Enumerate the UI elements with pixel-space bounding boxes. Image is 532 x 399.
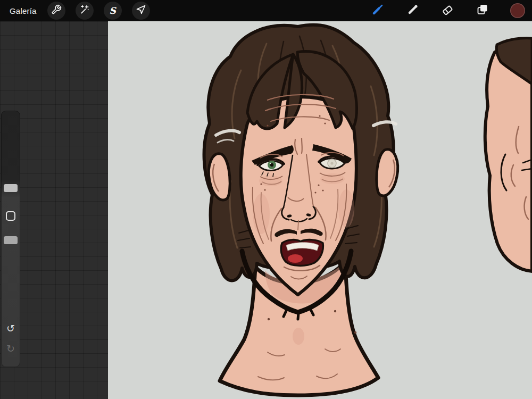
canvas[interactable]: [108, 21, 532, 399]
transform-button[interactable]: [132, 2, 150, 20]
adjustments-button[interactable]: [76, 2, 94, 20]
toolbar-right-group: [369, 3, 532, 19]
smudge-icon: [405, 3, 419, 19]
top-toolbar: Galería S: [0, 0, 532, 21]
smudge-tool-button[interactable]: [404, 3, 420, 19]
selection-s-icon: S: [109, 6, 115, 15]
brush-icon: [370, 3, 384, 19]
gallery-button[interactable]: Galería: [10, 6, 37, 15]
transform-arrow-icon: [136, 4, 146, 17]
opacity-slider[interactable]: [4, 236, 18, 244]
eraser-icon: [440, 3, 454, 19]
workspace-background: ↺ ↻: [0, 21, 108, 399]
color-button[interactable]: [510, 3, 526, 19]
artwork-portrait: [108, 21, 532, 399]
layers-button[interactable]: [475, 3, 491, 19]
wrench-icon: [51, 4, 62, 17]
art-second-face: [485, 38, 532, 271]
layers-icon: [476, 3, 489, 19]
undo-button[interactable]: ↺: [1, 323, 20, 334]
modify-button[interactable]: [6, 211, 15, 221]
toolbar-left-group: Galería S: [0, 2, 150, 20]
color-swatch-icon: [510, 3, 525, 18]
erase-tool-button[interactable]: [439, 3, 455, 19]
actions-button[interactable]: [47, 2, 65, 20]
redo-button[interactable]: ↻: [1, 344, 20, 354]
selection-button[interactable]: S: [104, 2, 122, 20]
magic-wand-icon: [79, 4, 90, 17]
paint-tool-button[interactable]: [369, 3, 385, 19]
brush-sidebar: ↺ ↻: [1, 111, 20, 367]
brush-size-slider[interactable]: [4, 184, 18, 192]
